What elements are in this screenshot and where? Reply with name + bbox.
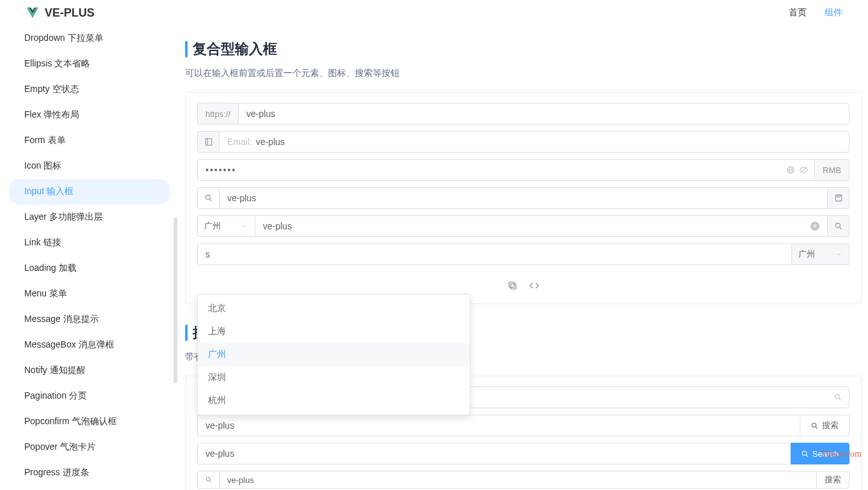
addon-rmb: RMB xyxy=(815,159,849,181)
sidebar-item[interactable]: Ellipsis 文本省略 xyxy=(9,51,170,77)
input-row-password: ••••••• RMB xyxy=(197,159,849,181)
nav-home[interactable]: 首页 xyxy=(789,7,807,19)
sidebar-item[interactable]: Progress 进度条 xyxy=(9,460,170,486)
input-row-email: Email:ve-plus xyxy=(197,131,849,153)
search-icon[interactable] xyxy=(197,471,219,489)
search-button[interactable]: 搜索 xyxy=(817,471,849,489)
section-desc: 可以在输入框前置或后置一个元素、图标、搜索等按钮 xyxy=(185,68,862,79)
search-button[interactable]: 搜索 xyxy=(800,415,849,436)
svg-line-11 xyxy=(839,227,841,229)
search-icon xyxy=(801,450,809,458)
brand-name: VE-PLUS xyxy=(45,6,94,20)
svg-rect-0 xyxy=(206,139,211,146)
svg-point-16 xyxy=(812,423,816,427)
search-row-4: ve-plus 搜索 xyxy=(197,471,849,489)
addon-https: https:// xyxy=(197,103,238,125)
select-city[interactable]: 广州 xyxy=(197,215,255,237)
globe-icon[interactable] xyxy=(786,165,795,174)
chevron-up-icon xyxy=(241,222,248,230)
select-city[interactable]: 广州 xyxy=(792,243,849,265)
clear-icon[interactable]: ✕ xyxy=(811,222,819,231)
sidebar-scrollbar[interactable] xyxy=(174,217,177,383)
sidebar-item[interactable]: Layer 多功能弹出层 xyxy=(9,204,170,230)
section-title: 复合型输入框 xyxy=(185,40,862,59)
search-icon[interactable] xyxy=(828,215,849,237)
sidebar-item[interactable]: Loading 加载 xyxy=(9,256,170,281)
sidebar-item[interactable]: Popconfirm 气泡确认框 xyxy=(9,409,170,434)
input-field[interactable]: ve-plus xyxy=(219,187,828,209)
svg-rect-13 xyxy=(509,282,514,287)
top-nav: 首页 组件 xyxy=(789,7,842,19)
sidebar-item[interactable]: Message 消息提示 xyxy=(9,307,170,332)
dropdown-item[interactable]: 杭州 xyxy=(198,389,470,412)
sidebar-item[interactable]: Input 输入框 xyxy=(9,179,170,204)
eye-off-icon[interactable] xyxy=(799,165,808,174)
main-content: 复合型输入框 可以在输入框前置或后置一个元素、图标、搜索等按钮 https://… xyxy=(179,26,868,490)
input-row-select-right: s 广州 xyxy=(197,243,849,265)
svg-line-15 xyxy=(839,398,841,400)
dropdown-item[interactable]: 广州 xyxy=(198,343,470,366)
search-row-2: ve-plus 搜索 xyxy=(197,415,849,436)
svg-point-20 xyxy=(206,477,210,481)
svg-point-6 xyxy=(206,195,210,199)
dropdown-item[interactable]: 深圳 xyxy=(198,366,470,389)
svg-rect-12 xyxy=(511,284,516,289)
sidebar-item[interactable]: MessageBox 消息弹框 xyxy=(9,332,170,358)
input-field[interactable]: ve-plus ✕ xyxy=(255,215,828,237)
watermark: Yuucn.com xyxy=(821,449,862,459)
section-compound: 复合型输入框 可以在输入框前置或后置一个元素、图标、搜索等按钮 https://… xyxy=(185,40,862,304)
sidebar-item[interactable]: Link 链接 xyxy=(9,230,170,256)
input-field[interactable]: s xyxy=(197,243,792,265)
code-icon[interactable] xyxy=(529,280,539,291)
search-input[interactable]: ve-plus xyxy=(219,471,817,489)
svg-line-21 xyxy=(209,480,211,482)
search-row-3: ve-plus Search xyxy=(197,443,849,464)
book-icon xyxy=(197,131,219,153)
brand: VE-PLUS xyxy=(26,6,94,20)
input-row-search-save: ve-plus xyxy=(197,187,849,209)
copy-icon[interactable] xyxy=(507,280,518,291)
dropdown-item[interactable]: 北京 xyxy=(198,297,470,320)
sidebar-item[interactable]: Dropdown 下拉菜单 xyxy=(9,26,170,51)
sidebar-item[interactable]: Icon 图标 xyxy=(9,153,170,179)
dropdown-item[interactable]: 上海 xyxy=(198,320,470,343)
sidebar-item[interactable]: Notify 通知提醒 xyxy=(9,358,170,383)
sidebar-item[interactable]: Pagination 分页 xyxy=(9,383,170,409)
demo-footer xyxy=(197,272,849,293)
svg-rect-8 xyxy=(835,195,841,201)
input-row-select-left: 广州 ve-plus ✕ xyxy=(197,215,849,237)
svg-point-14 xyxy=(835,394,839,399)
search-icon[interactable] xyxy=(197,187,219,209)
city-dropdown: 北京上海广州深圳杭州 xyxy=(197,294,470,415)
topbar: VE-PLUS 首页 组件 xyxy=(0,0,868,26)
sidebar-item[interactable]: Form 表单 xyxy=(9,128,170,153)
sidebar-item[interactable]: Popover 气泡卡片 xyxy=(9,434,170,460)
input-row-https: https:// ve-plus xyxy=(197,103,849,125)
demo-box: https:// ve-plus Email:ve-plus ••••••• xyxy=(185,92,862,304)
svg-point-10 xyxy=(835,223,840,227)
nav-components[interactable]: 组件 xyxy=(825,7,842,19)
sidebar-item[interactable]: Empty 空状态 xyxy=(9,77,170,102)
input-field[interactable]: ve-plus xyxy=(238,103,849,125)
sidebar: Dropdown 下拉菜单Ellipsis 文本省略Empty 空状态Flex … xyxy=(0,26,179,490)
search-icon xyxy=(811,422,819,430)
search-icon[interactable] xyxy=(834,393,842,402)
search-input[interactable]: ve-plus xyxy=(197,415,800,436)
svg-line-17 xyxy=(816,426,818,428)
input-field[interactable]: ••••••• xyxy=(197,159,815,181)
svg-line-19 xyxy=(806,454,808,456)
svg-line-7 xyxy=(209,199,211,201)
sidebar-item[interactable]: Menu 菜单 xyxy=(9,281,170,307)
vue-logo-icon xyxy=(26,6,40,20)
save-icon[interactable] xyxy=(828,187,849,209)
search-input[interactable]: ve-plus xyxy=(197,443,791,464)
sidebar-item[interactable]: Flex 弹性布局 xyxy=(9,102,170,128)
chevron-down-icon xyxy=(835,250,842,258)
input-field[interactable]: Email:ve-plus xyxy=(219,131,849,153)
svg-point-18 xyxy=(802,451,807,456)
svg-rect-9 xyxy=(837,195,840,197)
